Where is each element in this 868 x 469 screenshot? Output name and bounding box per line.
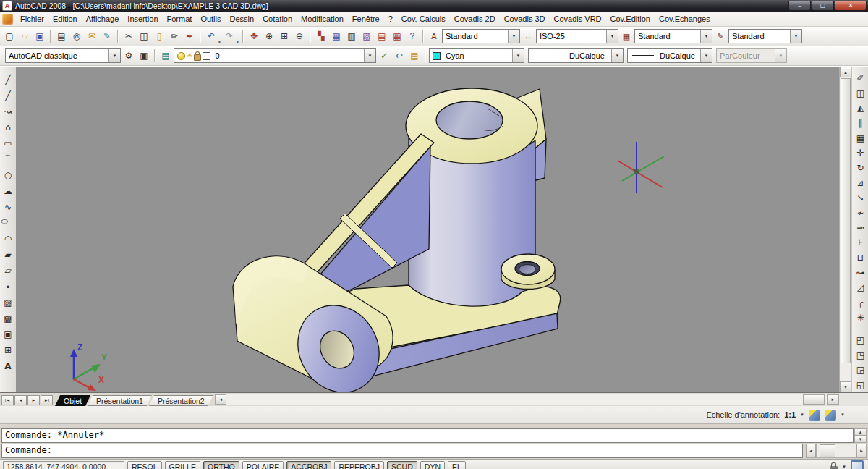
toggle-el[interactable]: EL	[448, 461, 466, 469]
scroll-left-icon[interactable]: ◄	[806, 444, 816, 458]
trim-icon[interactable]: ≁	[854, 206, 868, 220]
join-icon[interactable]: ⊶	[854, 266, 868, 280]
layer-freeze-icon[interactable]: ✳	[187, 52, 192, 59]
clean-screen-icon[interactable]	[851, 460, 864, 469]
menu-covadis-2d[interactable]: Covadis 2D	[450, 12, 500, 25]
covadis-grid-icon[interactable]: ▦	[329, 29, 344, 43]
tab-presentation1[interactable]: Présentation1	[88, 395, 152, 406]
layer-properties-icon[interactable]: ▤	[158, 48, 173, 63]
scroll-left-icon[interactable]: ◄	[216, 394, 226, 405]
open-icon[interactable]: ▱	[17, 29, 32, 43]
canvas-vertical-scrollbar[interactable]: ▲ ▼	[839, 67, 851, 392]
zoom-window-icon[interactable]: ⊞	[277, 29, 292, 43]
point-icon[interactable]: ∙	[1, 279, 15, 294]
save-icon[interactable]: ▣	[33, 29, 47, 43]
layer-states-icon[interactable]: ▤	[407, 48, 422, 63]
menu-outils[interactable]: Outils	[196, 12, 225, 25]
paste-icon[interactable]: ▯	[152, 29, 166, 43]
menu-edition[interactable]: Edition	[48, 12, 82, 25]
construction-line-icon[interactable]: ╱	[1, 88, 15, 103]
publish-icon[interactable]: ✉	[85, 29, 99, 43]
toggle-resol[interactable]: RESOL	[127, 461, 162, 469]
covadis-image-icon[interactable]: ▧	[359, 29, 374, 43]
redo-icon[interactable]: ↷	[222, 29, 237, 43]
command-history-line[interactable]: Commande: *Annuler*	[1, 428, 854, 443]
zoom-realtime-icon[interactable]: ⊕	[262, 29, 276, 43]
toggle-accrobj[interactable]: ACCROBJ	[286, 461, 331, 469]
scroll-right-icon[interactable]: ►	[827, 394, 838, 405]
menu-fichier[interactable]: Fichier	[16, 12, 48, 25]
plot-icon[interactable]: ▤	[54, 29, 69, 43]
lineweight-combo[interactable]: DuCalque ▼	[627, 48, 712, 63]
toolbar-lock-icon[interactable]	[830, 466, 838, 469]
scale-icon[interactable]: ⊿	[854, 176, 868, 190]
horizontal-scroll-thumb[interactable]	[803, 394, 825, 405]
first-tab-icon[interactable]: |◄	[1, 395, 14, 405]
send-to-back-icon[interactable]: ◱	[854, 378, 868, 392]
toggle-polaire[interactable]: POLAIRE	[242, 461, 284, 469]
help-icon[interactable]: ?	[405, 29, 420, 43]
calculator-icon[interactable]: ▦	[390, 29, 404, 43]
save-workspace-icon[interactable]: ▣	[137, 48, 151, 63]
hatch-icon[interactable]: ▨	[1, 295, 15, 310]
match-properties-icon[interactable]: ✏	[167, 29, 182, 43]
chevron-down-icon[interactable]: ▼	[700, 49, 712, 62]
rectangle-icon[interactable]: ▭	[1, 136, 15, 151]
toggle-scud[interactable]: SCUD	[387, 461, 417, 469]
dim-style-combo[interactable]: ISO-25 ▼	[536, 29, 618, 43]
coordinates-readout[interactable]: 1258.8614, 747.4904, 0.0000	[3, 461, 124, 469]
command-scroll-thumb[interactable]	[820, 444, 835, 457]
break-icon[interactable]: ⊔	[854, 250, 868, 265]
new-icon[interactable]: ▢	[2, 29, 17, 43]
arc-icon[interactable]: ⌒	[1, 152, 15, 166]
annotation-visibility-icon[interactable]	[809, 410, 820, 421]
stretch-icon[interactable]: ↘	[854, 190, 868, 205]
mirror-icon[interactable]: ◭	[854, 101, 868, 115]
annotation-autoscale-icon[interactable]	[825, 410, 836, 421]
zoom-previous-icon[interactable]: ⊖	[292, 29, 307, 43]
spline-icon[interactable]: ∿	[1, 200, 15, 214]
previous-tab-icon[interactable]: ◄	[14, 395, 27, 405]
undo-icon[interactable]: ↶	[204, 29, 218, 43]
multileader-style-icon[interactable]: ✎	[714, 30, 727, 43]
make-block-icon[interactable]: ▱	[1, 263, 15, 278]
toggle-dyn[interactable]: DYN	[420, 461, 445, 469]
workspace-settings-icon[interactable]: ⚙	[122, 48, 136, 63]
menu-cov-echanges[interactable]: Cov.Echanges	[655, 12, 715, 25]
layer-combo[interactable]: ✳ 0 ▼	[174, 48, 376, 63]
menu-insertion[interactable]: Insertion	[123, 12, 162, 25]
dim-style-icon[interactable]: ↔	[522, 30, 535, 43]
chevron-down-icon[interactable]: ▼	[109, 49, 120, 62]
menu-help[interactable]: ?	[384, 12, 397, 25]
chevron-down-icon[interactable]: ▼	[841, 413, 845, 417]
insert-block-icon[interactable]: ▰	[1, 248, 15, 262]
command-input[interactable]: Commande:	[1, 444, 803, 458]
chevron-down-icon[interactable]: ▼	[700, 30, 712, 43]
menu-affichage[interactable]: Affichage	[82, 12, 124, 25]
chevron-down-icon[interactable]: ▼	[790, 30, 801, 43]
menu-cotation[interactable]: Cotation	[258, 12, 297, 25]
toggle-grille[interactable]: GRILLE	[165, 461, 200, 469]
toggle-ortho[interactable]: ORTHO	[203, 461, 239, 469]
revision-cloud-icon[interactable]: ☁	[1, 184, 15, 198]
menu-cov-edition[interactable]: Cov.Edition	[606, 12, 655, 25]
restore-button[interactable]: ▢	[812, 1, 834, 11]
covadis-doc-icon[interactable]: ▤	[375, 29, 389, 43]
next-tab-icon[interactable]: ►	[27, 395, 40, 405]
text-icon[interactable]: A	[1, 359, 15, 373]
layer-on-icon[interactable]	[177, 52, 185, 60]
offset-icon[interactable]: ∥	[854, 116, 868, 130]
color-combo[interactable]: Cyan ▼	[429, 48, 524, 63]
array-icon[interactable]: ▦	[854, 131, 868, 145]
menu-cov-calculs[interactable]: Cov. Calculs	[397, 12, 450, 25]
table-style-icon[interactable]: ▦	[620, 30, 633, 43]
chevron-down-icon[interactable]: ▼	[512, 49, 524, 62]
line-icon[interactable]: ╱	[1, 72, 15, 87]
drawing-canvas[interactable]: Z Y X	[16, 67, 839, 392]
scroll-down-icon[interactable]: ▼	[840, 381, 851, 392]
command-scrollbar[interactable]: ▲ ▼	[854, 428, 867, 443]
cut-icon[interactable]: ✂	[122, 29, 136, 43]
chevron-down-icon[interactable]: ▼	[611, 49, 623, 62]
chevron-down-icon[interactable]: ▼	[364, 49, 375, 62]
command-horizontal-scrollbar[interactable]: ◄ ►	[806, 444, 867, 458]
